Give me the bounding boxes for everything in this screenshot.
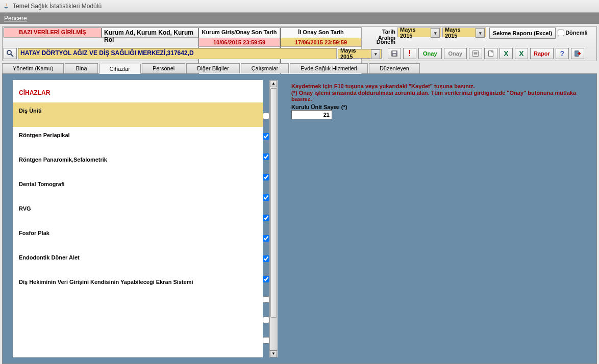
save-icon[interactable] xyxy=(388,48,401,59)
window-titlebar: Temel Sağlık İstatistikleri Modülü xyxy=(0,0,599,13)
exit-icon[interactable] xyxy=(571,48,584,59)
device-checkbox[interactable] xyxy=(263,113,269,119)
device-row[interactable]: Dental Tomografi xyxy=(13,176,263,200)
menubar: Pencere xyxy=(0,13,599,24)
cihazlar-heading: CİHAZLAR xyxy=(13,80,263,102)
row2-month-select[interactable]: Mayıs 2015 xyxy=(338,49,382,59)
status-box: BAZI VERİLERİ GİRİLMİŞ xyxy=(4,28,102,38)
kurum-header-label: Kurum Ad, Kurum Kod, Kurum Rol xyxy=(102,28,198,38)
window-title: Temel Sağlık İstatistikleri Modülü xyxy=(13,3,102,10)
device-checkbox[interactable] xyxy=(263,133,269,140)
svg-point-0 xyxy=(7,50,11,55)
il-date-value: 17/06/2015 23:59:59 xyxy=(280,38,362,47)
left-panel: CİHAZLAR Diş Üniti Röntgen Periapikal Rö… xyxy=(3,74,282,363)
header-row1: BAZI VERİLERİ GİRİLMİŞ Kurum Ad, Kurum K… xyxy=(4,28,595,38)
tab-evde[interactable]: Evde Sağlık Hizmetleri xyxy=(290,63,368,73)
device-checkbox[interactable] xyxy=(263,153,269,160)
device-checkbox[interactable] xyxy=(263,174,269,180)
device-checkbox[interactable] xyxy=(263,194,269,201)
svg-line-1 xyxy=(11,54,13,57)
toolbar: ! Onay Onay X X Rapor ? xyxy=(388,48,584,59)
kurum-value: HATAY DÖRTYOL AĞIZ VE DİŞ SAĞLIĞI MERKEZ… xyxy=(18,48,337,59)
excel-export-icon[interactable]: X xyxy=(500,48,513,59)
device-list: CİHAZLAR Diş Üniti Röntgen Periapikal Rö… xyxy=(13,80,263,357)
unit-count-input[interactable] xyxy=(291,110,332,119)
sekme-raporu-button[interactable]: Sekme Raporu (Excel) xyxy=(489,28,556,39)
device-row[interactable]: Röntgen Periapikal xyxy=(13,127,263,151)
tab-bina[interactable]: Bina xyxy=(65,63,97,73)
scroll-up-arrow[interactable]: ▲ xyxy=(270,80,277,87)
device-row[interactable]: RVG xyxy=(13,200,263,225)
device-checkbox[interactable] xyxy=(263,215,269,221)
donemli-label[interactable]: Dönemli xyxy=(558,28,587,38)
donemli-checkbox[interactable] xyxy=(558,30,564,36)
device-checkbox[interactable] xyxy=(263,296,269,303)
left-scrollbar[interactable]: ▲ ▼ xyxy=(269,80,278,357)
tab-personel[interactable]: Personel xyxy=(142,63,185,73)
list-icon[interactable] xyxy=(469,48,482,59)
menu-pencere[interactable]: Pencere xyxy=(4,15,27,22)
device-row[interactable]: Diş Üniti xyxy=(13,102,263,127)
top-panel: BAZI VERİLERİ GİRİLMİŞ Kurum Ad, Kurum K… xyxy=(2,26,597,61)
header-row2: HATAY DÖRTYOL AĞIZ VE DİŞ SAĞLIĞI MERKEZ… xyxy=(4,47,595,60)
search-icon[interactable] xyxy=(4,48,17,59)
device-row[interactable]: Röntgen Panaromik,Sefalometrik xyxy=(13,151,263,176)
onay-hint: (*) Onay işlemi sırasında doldurulması z… xyxy=(291,90,587,102)
tab-diger[interactable]: Diğer Bilgiler xyxy=(186,63,239,73)
scroll-down-arrow[interactable]: ▼ xyxy=(270,350,277,357)
checkbox-column xyxy=(263,80,269,357)
main-area: CİHAZLAR Diş Üniti Röntgen Periapikal Rö… xyxy=(2,73,597,364)
rapor-button[interactable]: Rapor xyxy=(530,48,554,59)
kurum-date-value: 10/06/2015 23:59:59 xyxy=(198,38,280,47)
donem-label: Dönem xyxy=(362,38,397,47)
excel-import-icon[interactable]: X xyxy=(515,48,528,59)
device-row[interactable]: Fosfor Plak xyxy=(13,225,263,249)
save-hint: Kaydetmek için F10 tuşuna veya yukarıdak… xyxy=(291,83,587,89)
new-doc-icon[interactable] xyxy=(484,48,497,59)
tab-cihazlar[interactable]: Cihazlar xyxy=(99,64,141,74)
device-row[interactable]: Diş Hekiminin Veri Girişini Kendisinin Y… xyxy=(13,274,263,298)
unit-count-label: Kurulu Ünit Sayısı (*) xyxy=(291,104,587,110)
date-from-select[interactable]: Mayıs 2015 xyxy=(397,28,441,37)
onay-button-active[interactable]: Onay xyxy=(418,48,442,59)
device-checkbox[interactable] xyxy=(263,235,269,242)
tab-duzenleyen[interactable]: Düzenleyen xyxy=(369,63,420,73)
date-to-select[interactable]: Mayıs 2015 xyxy=(442,28,486,37)
onay-button-inactive[interactable]: Onay xyxy=(444,48,467,59)
help-icon[interactable]: ? xyxy=(556,48,569,59)
device-checkbox[interactable] xyxy=(263,317,269,323)
tab-calismalar[interactable]: Çalışmalar xyxy=(241,63,289,73)
scroll-thumb[interactable] xyxy=(270,88,277,318)
java-icon xyxy=(2,2,10,10)
alert-icon[interactable]: ! xyxy=(403,48,416,59)
right-panel: Kaydetmek için F10 tuşuna veya yukarıdak… xyxy=(282,74,596,363)
donemli-text: Dönemli xyxy=(565,30,587,36)
device-checkbox[interactable] xyxy=(263,255,269,262)
device-checkbox[interactable] xyxy=(263,337,269,344)
tabs: Yönetim (Kamu) Bina Cihazlar Personel Di… xyxy=(2,63,597,73)
tab-yonetim[interactable]: Yönetim (Kamu) xyxy=(2,63,64,73)
device-row[interactable]: Endodontik Döner Alet xyxy=(13,249,263,274)
tarih-label: Tarih Aralığı xyxy=(362,28,397,38)
device-checkbox[interactable] xyxy=(263,276,269,282)
svg-rect-3 xyxy=(393,51,396,54)
svg-rect-4 xyxy=(393,54,395,56)
